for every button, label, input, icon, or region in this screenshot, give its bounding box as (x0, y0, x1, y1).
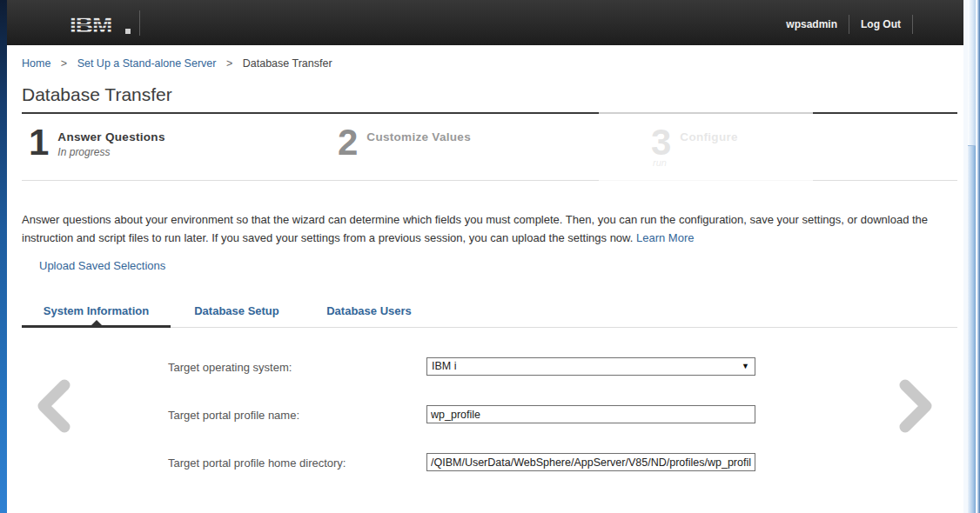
target-os-select[interactable]: IBM i ▼ (426, 357, 755, 376)
target-os-selected-value: IBM i (432, 360, 456, 372)
logout-button[interactable]: Log Out (849, 17, 912, 32)
steps-divider (22, 180, 957, 181)
title-rule (22, 112, 957, 114)
ibm-logo-icon: IBM (70, 10, 138, 42)
wizard-step-2: 2 Customize Values (338, 124, 471, 161)
header-divider (139, 10, 140, 36)
breadcrumb-separator: > (61, 57, 67, 70)
step-3-artifact-text: run (653, 157, 667, 168)
previous-page-button[interactable] (31, 378, 77, 434)
chevron-left-icon (31, 378, 77, 434)
tab-database-users[interactable]: Database Users (303, 300, 435, 326)
top-header-bar: IBM wpsadmin Log Out (7, 0, 963, 45)
header-divider (912, 15, 913, 34)
next-page-button[interactable] (893, 378, 938, 434)
tab-database-setup[interactable]: Database Setup (171, 300, 303, 326)
breadcrumb: Home > Set Up a Stand-alone Server > Dat… (22, 57, 332, 70)
step-3-label: Configure (680, 130, 737, 143)
step-2-number: 2 (338, 124, 358, 161)
window-left-edge (0, 0, 7, 513)
field-label-target-os: Target operating system: (168, 361, 292, 374)
step-2-label: Customize Values (366, 130, 471, 143)
svg-text:IBM: IBM (70, 11, 111, 38)
profile-name-input[interactable] (426, 405, 755, 423)
wizard-step-1: 1 Answer Questions In progress (29, 124, 165, 161)
step-1-label: Answer Questions (57, 130, 164, 143)
step-1-status: In progress (57, 146, 164, 158)
profile-home-directory-input[interactable] (426, 453, 755, 471)
breadcrumb-separator: > (226, 57, 232, 70)
breadcrumb-setup-link[interactable]: Set Up a Stand-alone Server (77, 57, 217, 70)
breadcrumb-home-link[interactable]: Home (22, 57, 50, 70)
step-3-number: 3 (651, 124, 671, 161)
page-title: Database Transfer (22, 84, 172, 105)
field-label-profile-name: Target portal profile name: (168, 409, 299, 422)
scrollbar-gutter (963, 0, 980, 513)
step-1-number: 1 (29, 124, 49, 161)
field-label-profile-home-directory: Target portal profile home directory: (168, 456, 346, 470)
intro-paragraph: Answer questions about your environment … (22, 211, 960, 248)
vertical-scrollbar-thumb[interactable] (968, 0, 976, 146)
logged-in-user: wpsadmin (775, 17, 849, 32)
active-tab-caret-icon (91, 320, 103, 326)
intro-text: Answer questions about your environment … (22, 213, 928, 244)
upload-saved-selections-link[interactable]: Upload Saved Selections (39, 259, 165, 272)
tab-bar: System Information Database Setup Databa… (22, 300, 435, 326)
breadcrumb-current-page: Database Transfer (243, 57, 332, 70)
wizard-step-3: 3 Configure run (651, 124, 738, 161)
learn-more-link[interactable]: Learn More (636, 231, 694, 244)
dropdown-arrow-icon: ▼ (742, 358, 749, 375)
chevron-right-icon (893, 378, 938, 434)
